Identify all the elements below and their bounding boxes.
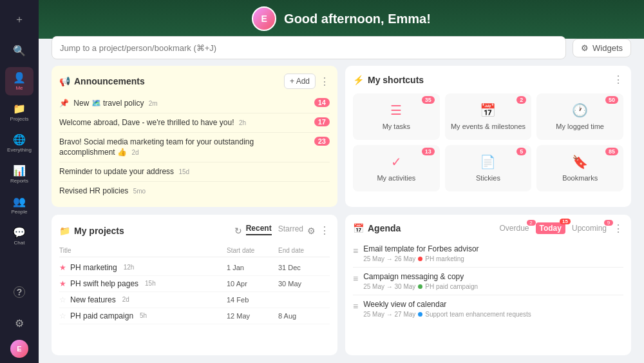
widgets-label: Widgets <box>592 43 623 53</box>
sidebar-item-everything-label: Everything <box>7 147 32 153</box>
star-icon-2: ★ <box>59 279 66 288</box>
projects-table-header: Title Start date End date <box>59 244 330 257</box>
bookmarks-badge: 85 <box>605 148 618 155</box>
agenda-item-1[interactable]: ≡ Email template for Forbes advisor 25 M… <box>353 240 623 268</box>
sidebar-item-chat[interactable]: 💬 Chat <box>5 222 33 250</box>
announcement-item-5[interactable]: Revised HR policies 5mo <box>59 182 330 201</box>
ann-count-1: 14 <box>314 98 330 107</box>
agenda-card: 📅 Agenda Overdue 2 Today 15 Upcoming 9 <box>345 215 631 356</box>
agenda-item-2[interactable]: ≡ Campaign messaging & copy 25 May → 30 … <box>353 268 623 295</box>
upcoming-badge: 9 <box>604 220 613 226</box>
sidebar-item-everything[interactable]: 🌐 Everything <box>5 129 33 157</box>
shortcut-stickies[interactable]: 5 📄 Stickies <box>445 145 532 191</box>
star-icon-3: ☆ <box>59 295 66 304</box>
sidebar-item-search[interactable]: 🔍 <box>5 36 33 64</box>
bookmarks-icon: 🔖 <box>572 154 588 170</box>
user-avatar[interactable]: E <box>10 340 28 358</box>
shortcut-logged-time[interactable]: 50 🕐 My logged time <box>536 93 623 140</box>
activities-label: My activities <box>377 173 415 182</box>
ann-count-3: 23 <box>314 137 330 146</box>
agenda-task-icon-2: ≡ <box>353 273 358 284</box>
events-label: My events & milestones <box>451 122 526 131</box>
everything-icon: 🌐 <box>13 133 26 146</box>
projects-tabs: Recent Starred <box>246 222 303 235</box>
announcements-title: 📢 Announcements <box>59 76 145 86</box>
sidebar-item-settings[interactable]: ⚙ <box>5 309 33 337</box>
announcements-more-button[interactable]: ⋮ <box>319 75 330 88</box>
shortcut-activities[interactable]: 13 ✓ My activities <box>353 145 440 191</box>
project-name-4: ☆ PH paid campaign 5h <box>59 311 227 320</box>
stickies-icon: 📄 <box>480 154 496 170</box>
projects-icon: 📁 <box>13 103 26 115</box>
agenda-task-icon-1: ≡ <box>353 246 358 256</box>
projects-more-button[interactable]: ⋮ <box>319 224 330 237</box>
agenda-tabs: Overdue 2 Today 15 Upcoming 9 ⋮ <box>495 222 623 235</box>
stickies-label: Stickies <box>476 173 500 182</box>
me-icon: 👤 <box>13 72 26 84</box>
announcement-item-2[interactable]: Welcome abroad, Dave - we're thrilled to… <box>59 113 330 133</box>
sidebar-item-reports-label: Reports <box>10 178 28 184</box>
project-name-2: ★ PH swift help pages 15h <box>59 279 227 288</box>
content-grid: 📢 Announcements + Add ⋮ 📌 New 🗺️ travel … <box>39 66 644 363</box>
agenda-tab-overdue[interactable]: Overdue 2 <box>495 222 533 234</box>
stickies-badge: 5 <box>516 148 526 155</box>
project-name-1: ★ PH marketing 12h <box>59 263 227 272</box>
calendar-icon: 📅 <box>353 223 364 233</box>
agenda-tab-upcoming[interactable]: Upcoming 9 <box>568 222 611 234</box>
search-bar-row: ⚙ Widgets <box>39 36 644 66</box>
project-row-2[interactable]: ★ PH swift help pages 15h 10 Apr 30 May <box>59 276 330 292</box>
shortcut-events[interactable]: 2 📅 My events & milestones <box>445 93 532 140</box>
sidebar-item-help[interactable]: ? <box>5 278 33 306</box>
announcement-item-1[interactable]: 📌 New 🗺️ travel policy 2m 14 <box>59 94 330 113</box>
events-badge: 2 <box>516 96 526 104</box>
projects-header: 📁 My projects ↻ Recent Starred ⚙ ⋮ <box>59 222 330 239</box>
project-name-3: ☆ New features 2d <box>59 295 227 304</box>
overdue-badge: 2 <box>527 220 536 226</box>
sidebar-item-me-label: Me <box>15 85 23 91</box>
folder-icon: 📁 <box>59 226 70 236</box>
agenda-title: 📅 Agenda <box>353 223 401 233</box>
sidebar-item-add[interactable]: ＋ <box>5 5 33 34</box>
sidebar-item-reports[interactable]: 📊 Reports <box>5 160 33 188</box>
tab-recent[interactable]: Recent <box>246 222 272 235</box>
agenda-tab-today[interactable]: Today 15 <box>536 222 565 234</box>
shortcuts-card: ⚡ My shortcuts ⋮ 35 ☰ My tasks 2 📅 My ev… <box>345 66 631 207</box>
filter-icon[interactable]: ⚙ <box>307 226 316 236</box>
refresh-icon[interactable]: ↻ <box>234 226 242 236</box>
agenda-dot-2 <box>418 284 422 289</box>
announcements-header: 📢 Announcements + Add ⋮ <box>59 74 330 89</box>
announcement-item-3[interactable]: Bravo! Social media marketing team for y… <box>59 133 330 163</box>
pin-icon: 📌 <box>59 99 69 108</box>
ann-count-2: 17 <box>314 117 330 126</box>
agenda-dot-1 <box>418 257 422 261</box>
tasks-badge: 35 <box>422 96 435 104</box>
shortcuts-title: ⚡ My shortcuts <box>353 75 424 85</box>
projects-title: 📁 My projects <box>59 226 124 236</box>
star-icon-1: ★ <box>59 263 66 272</box>
project-row-3[interactable]: ☆ New features 2d 14 Feb <box>59 292 330 308</box>
logged-label: My logged time <box>556 122 604 131</box>
logged-badge: 50 <box>605 96 618 104</box>
tab-starred[interactable]: Starred <box>278 223 303 235</box>
project-row-4[interactable]: ☆ PH paid campaign 5h 12 May 8 Aug <box>59 308 330 324</box>
user-avatar-header: E <box>252 6 276 31</box>
agenda-item-3[interactable]: ≡ Weekly view of calendar 25 May → 27 Ma… <box>353 295 623 322</box>
megaphone-icon: 📢 <box>59 76 70 86</box>
shortcuts-more-button[interactable]: ⋮ <box>613 74 623 86</box>
announcements-add-button[interactable]: + Add <box>284 74 316 89</box>
sidebar-item-projects-label: Projects <box>10 116 29 122</box>
shortcuts-grid: 35 ☰ My tasks 2 📅 My events & milestones… <box>353 93 623 191</box>
shortcut-bookmarks[interactable]: 85 🔖 Bookmarks <box>536 145 623 191</box>
widgets-button[interactable]: ⚙ Widgets <box>573 39 631 57</box>
sidebar-item-me[interactable]: 👤 Me <box>5 67 33 95</box>
people-icon: 👥 <box>13 195 26 208</box>
search-input[interactable] <box>52 36 566 59</box>
project-row-1[interactable]: ★ PH marketing 12h 1 Jan 31 Dec <box>59 260 330 276</box>
sidebar-item-people[interactable]: 👥 People <box>5 191 33 219</box>
announcement-item-4[interactable]: Reminder to update your address 15d <box>59 162 330 182</box>
shortcut-tasks[interactable]: 35 ☰ My tasks <box>353 93 440 140</box>
sidebar-item-projects[interactable]: 📁 Projects <box>5 98 33 126</box>
agenda-more-button[interactable]: ⋮ <box>613 222 623 235</box>
add-icon: ＋ <box>14 13 24 26</box>
shortcuts-header: ⚡ My shortcuts ⋮ <box>353 74 623 86</box>
